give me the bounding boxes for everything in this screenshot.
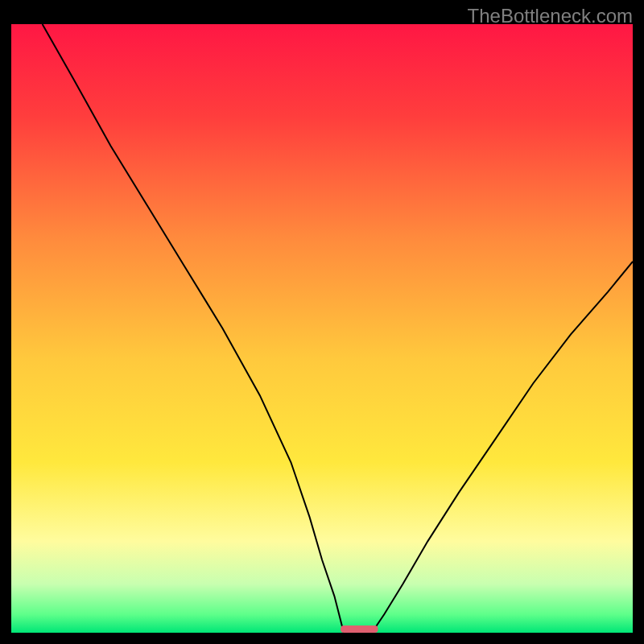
watermark-text: TheBottleneck.com	[468, 5, 633, 27]
gradient-background	[11, 24, 633, 633]
chart-svg	[11, 24, 633, 633]
plot-area	[11, 24, 633, 633]
bottom-marker	[341, 625, 378, 633]
